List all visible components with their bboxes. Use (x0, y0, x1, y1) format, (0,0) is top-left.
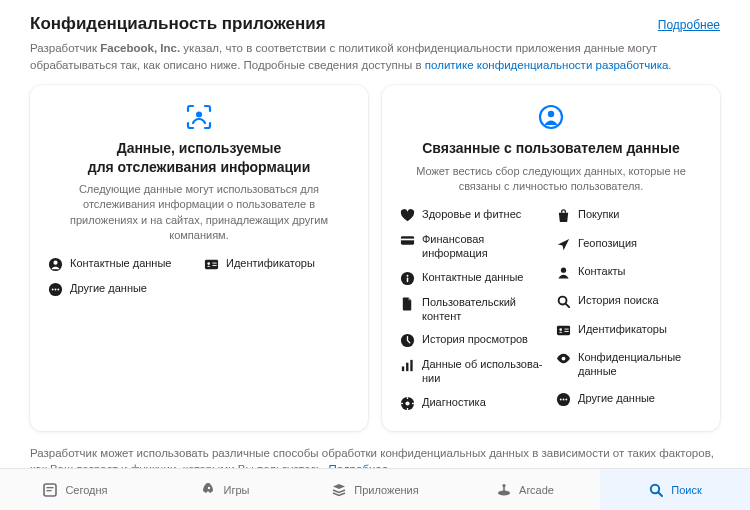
linked-left-5: Данные об использо­ва­нии (400, 358, 546, 386)
eye-icon (556, 351, 571, 366)
linked-right-4-label: Идентификаторы (578, 323, 667, 337)
svg-rect-41 (47, 487, 54, 488)
linked-user-icon (537, 103, 565, 131)
svg-rect-26 (401, 403, 403, 404)
linked-right-1-label: Геопозиция (578, 237, 637, 251)
id-card-icon (204, 257, 219, 272)
tracking-scan-icon (185, 103, 213, 131)
svg-rect-34 (564, 331, 568, 332)
heart-icon (400, 208, 415, 223)
svg-rect-5 (212, 263, 216, 264)
svg-point-2 (53, 261, 57, 265)
bottom-tabbar: СегодняИгрыПриложенияArcadeПоиск (0, 468, 750, 510)
tab-приложения[interactable]: Приложения (300, 469, 450, 510)
tracking-item-0-label: Контактные данные (70, 257, 171, 271)
svg-point-8 (52, 289, 54, 291)
linked-left-1-label: Финансовая информация (422, 233, 546, 261)
svg-point-32 (559, 328, 562, 331)
tab-label-4: Поиск (671, 484, 701, 496)
tab-arcade[interactable]: Arcade (450, 469, 600, 510)
tracking-card-title: Данные, используемые для отслеживания ин… (48, 139, 350, 175)
search-icon (556, 294, 571, 309)
privacy-policy-link[interactable]: политике конфиденциальности разработчика (425, 59, 669, 71)
svg-rect-3 (205, 260, 218, 269)
intro-prefix: Разработчик (30, 42, 100, 54)
card-icon (400, 233, 415, 248)
tracking-item-1-label: Идентификаторы (226, 257, 315, 271)
linked-left-3-label: Пользователь­ский контент (422, 296, 546, 324)
svg-point-0 (196, 112, 202, 118)
svg-point-46 (502, 483, 505, 486)
linked-left-2: Контактные данные (400, 271, 546, 286)
tab-label-0: Сегодня (65, 484, 107, 496)
svg-rect-17 (407, 277, 409, 282)
tracking-item-2: Другие данные (48, 282, 194, 297)
svg-rect-31 (557, 325, 570, 334)
info-icon (400, 271, 415, 286)
arcade-icon (496, 482, 512, 498)
linked-right-6: Другие данные (556, 392, 702, 411)
svg-point-38 (563, 399, 565, 401)
svg-point-10 (57, 289, 59, 291)
linked-right-5: Конфиденциаль­ные данные (556, 351, 702, 382)
linked-left-4-label: История просмотров (422, 333, 528, 347)
tracking-title-l2: для отслеживания информации (88, 159, 311, 175)
svg-point-37 (560, 399, 562, 401)
bag-icon (556, 208, 571, 223)
svg-rect-19 (402, 367, 404, 372)
tracking-title-l1: Данные, используемые (117, 140, 282, 156)
svg-point-28 (561, 268, 566, 273)
linked-right-3-label: История поиска (578, 294, 659, 308)
linked-right-5-label: Конфиденциаль­ные данные (578, 351, 702, 379)
svg-point-4 (207, 263, 210, 266)
linked-left-6: Диагностика (400, 396, 546, 411)
ellipsis-icon (556, 392, 571, 407)
tracking-item-0: Контактные данные (48, 257, 194, 272)
clock-icon (400, 333, 415, 348)
svg-rect-13 (401, 237, 414, 245)
linked-right-3: История поиска (556, 294, 702, 313)
tab-игры[interactable]: Игры (150, 469, 300, 510)
linked-right-1: Геопозиция (556, 237, 702, 256)
intro-paragraph: Разработчик Facebook, Inc. указал, что в… (30, 40, 720, 73)
svg-rect-33 (564, 328, 568, 329)
tab-сегодня[interactable]: Сегодня (0, 469, 150, 510)
id-card-icon (556, 323, 571, 338)
svg-rect-21 (410, 360, 412, 371)
linked-right-2-label: Контакты (578, 265, 626, 279)
tab-label-2: Приложения (354, 484, 418, 496)
gear-icon (400, 396, 415, 411)
ellipsis-icon (48, 282, 63, 297)
svg-point-39 (565, 399, 567, 401)
svg-rect-25 (407, 408, 408, 410)
developer-name: Facebook, Inc. (100, 42, 180, 54)
linked-left-1: Финансовая информация (400, 233, 546, 261)
linked-card-title: Связанные с пользователем данные (400, 139, 702, 157)
linked-left-3: Пользователь­ский контент (400, 296, 546, 324)
tab-label-1: Игры (224, 484, 250, 496)
svg-rect-27 (412, 403, 414, 404)
tracking-card: Данные, используемые для отслеживания ин… (30, 85, 368, 430)
linked-right-0: Покупки (556, 208, 702, 227)
svg-point-43 (207, 486, 209, 488)
stack-icon (331, 482, 347, 498)
svg-rect-42 (47, 490, 52, 491)
learn-more-link[interactable]: Подробнее (658, 18, 720, 32)
svg-point-23 (405, 401, 409, 405)
svg-point-35 (562, 357, 566, 361)
tracking-item-2-label: Другие данные (70, 282, 147, 296)
linked-left-2-label: Контактные данные (422, 271, 523, 285)
doc-icon (400, 296, 415, 311)
linked-right-6-label: Другие данные (578, 392, 655, 406)
svg-rect-6 (212, 265, 216, 266)
tracking-item-1: Идентификаторы (204, 257, 350, 272)
svg-line-30 (566, 304, 570, 308)
linked-card-desc: Может вестись сбор следующих данных, кот… (400, 164, 702, 195)
svg-point-9 (55, 289, 57, 291)
linked-left-5-label: Данные об использо­ва­нии (422, 358, 546, 386)
rocket-icon (201, 482, 217, 498)
tab-label-3: Arcade (519, 484, 554, 496)
linked-right-0-label: Покупки (578, 208, 619, 222)
tab-поиск[interactable]: Поиск (600, 469, 750, 510)
svg-point-16 (407, 275, 409, 277)
